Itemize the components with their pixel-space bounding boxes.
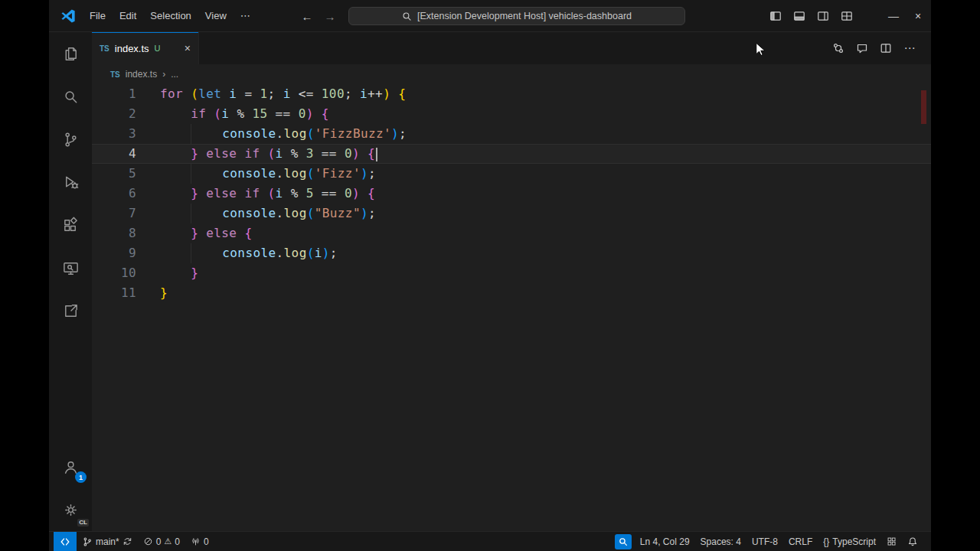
back-icon[interactable]: ← — [298, 7, 316, 25]
code-line[interactable]: 7 console.log("Buzz"); — [92, 204, 931, 223]
run-debug-icon[interactable] — [49, 161, 92, 204]
line-number: 11 — [92, 283, 136, 303]
radio-tower-icon — [191, 536, 201, 546]
menu-edit[interactable]: Edit — [113, 10, 143, 21]
menu-overflow-icon[interactable]: ⋯ — [234, 10, 257, 21]
code-text[interactable]: console.log('FizzBuzz'); — [136, 124, 407, 144]
code-line[interactable]: 4 } else if (i % 3 == 0) { — [92, 144, 931, 164]
vscode-logo-icon — [60, 8, 77, 24]
minimize-window-icon[interactable]: — — [884, 7, 903, 25]
menu-file[interactable]: File — [83, 10, 113, 21]
line-number: 6 — [92, 184, 136, 204]
magnifier-icon — [618, 536, 629, 547]
code-text[interactable]: } — [136, 283, 168, 303]
code-text[interactable]: console.log('Fizz'); — [136, 164, 376, 184]
problems-status[interactable]: 0 ⚠ 0 — [138, 532, 185, 551]
code-text[interactable]: } else if (i % 3 == 0) { — [136, 144, 377, 164]
ports-status[interactable]: 0 — [185, 532, 214, 551]
manage-gear-icon[interactable]: CL — [49, 488, 92, 531]
accounts-icon[interactable]: 1 — [49, 445, 92, 488]
line-number: 4 — [92, 144, 136, 164]
split-editor-icon[interactable] — [877, 39, 895, 57]
error-icon — [143, 536, 153, 546]
code-lines[interactable]: 1for (let i = 1; i <= 100; i++) {2 if (i… — [92, 84, 931, 531]
tab-close-icon[interactable]: × — [185, 42, 191, 54]
activity-bar-spacer — [49, 332, 92, 445]
code-text[interactable]: } — [136, 263, 198, 283]
code-line[interactable]: 6 } else if (i % 5 == 0) { — [92, 184, 931, 204]
extensions-icon[interactable] — [49, 204, 92, 246]
tab-bar: TS index.ts U × — [92, 32, 931, 64]
indentation-status[interactable]: Spaces: 4 — [695, 532, 746, 551]
live-preview-icon[interactable] — [49, 246, 92, 289]
breadcrumb-file-icon: TS — [110, 70, 120, 79]
code-line[interactable]: 5 console.log('Fizz'); — [92, 164, 931, 184]
tab-git-decoration: U — [155, 44, 161, 53]
eol-status[interactable]: CRLF — [783, 532, 818, 551]
encoding-status[interactable]: UTF-8 — [746, 532, 783, 551]
tab-index-ts[interactable]: TS index.ts U × — [92, 32, 199, 64]
toggle-secondary-sidebar-icon[interactable] — [814, 7, 832, 25]
search-activity-icon[interactable] — [49, 75, 92, 118]
activity-bar: 1 CL — [49, 32, 92, 531]
code-line[interactable]: 3 console.log('FizzBuzz'); — [92, 124, 931, 144]
vscode-window: File Edit Selection View ⋯ ← → [Extensio… — [49, 0, 931, 551]
toggle-primary-sidebar-icon[interactable] — [766, 7, 785, 25]
braces-icon: {} — [823, 536, 829, 547]
status-bar-right: Ln 4, Col 29 Spaces: 4 UTF-8 CRLF {} Typ… — [615, 532, 931, 551]
close-window-icon[interactable]: × — [909, 7, 927, 25]
text-cursor — [376, 148, 377, 161]
language-mode-status[interactable]: {} TypeScript — [818, 532, 881, 551]
line-number: 5 — [92, 164, 136, 184]
code-text[interactable]: } else if (i % 5 == 0) { — [136, 184, 375, 204]
menu-view[interactable]: View — [198, 10, 234, 21]
editor-group: TS index.ts U × — [92, 32, 931, 531]
overview-ruler-marker — [921, 90, 926, 124]
tab-title: index.ts — [115, 43, 149, 54]
code-line[interactable]: 2 if (i % 15 == 0) { — [92, 104, 931, 124]
code-line[interactable]: 9 console.log(i); — [92, 243, 931, 263]
code-text[interactable]: for (let i = 1; i <= 100; i++) { — [136, 84, 406, 104]
branch-status[interactable]: main* — [77, 532, 138, 551]
accounts-badge: 1 — [75, 471, 87, 483]
sync-icon — [122, 536, 132, 546]
extension-status-icon[interactable] — [881, 532, 902, 551]
code-text[interactable]: console.log("Buzz"); — [136, 204, 376, 223]
menu-bar: File Edit Selection View ⋯ — [83, 0, 257, 31]
code-line[interactable]: 11} — [92, 283, 931, 303]
toggle-panel-icon[interactable] — [790, 7, 808, 25]
breadcrumb-separator-icon: › — [162, 69, 165, 80]
chat-icon[interactable] — [853, 39, 871, 57]
menu-selection[interactable]: Selection — [143, 10, 198, 21]
status-bar: main* 0 ⚠ 0 0 Ln 4, Col 29 Spaces — [49, 531, 931, 551]
code-line[interactable]: 1for (let i = 1; i <= 100; i++) { — [92, 84, 931, 104]
forward-icon[interactable]: → — [321, 7, 339, 25]
explorer-icon[interactable] — [49, 32, 92, 75]
customize-layout-icon[interactable] — [838, 7, 856, 25]
open-changes-icon[interactable] — [829, 39, 848, 57]
feedback-icon[interactable] — [49, 289, 92, 332]
warning-icon: ⚠ — [164, 537, 172, 546]
code-text[interactable]: } else { — [136, 223, 252, 243]
line-number: 9 — [92, 243, 136, 263]
command-center[interactable]: [Extension Development Host] vehicles-da… — [348, 7, 685, 25]
typescript-file-icon: TS — [100, 44, 109, 53]
mouse-cursor — [754, 42, 768, 60]
code-line[interactable]: 10 } — [92, 263, 931, 283]
code-text[interactable]: console.log(i); — [136, 243, 338, 263]
title-bar: File Edit Selection View ⋯ ← → [Extensio… — [49, 0, 931, 32]
line-number: 3 — [92, 124, 136, 144]
breadcrumb-file[interactable]: index.ts — [126, 69, 157, 80]
breadcrumb[interactable]: TS index.ts › ... — [92, 64, 931, 84]
source-control-icon[interactable] — [49, 118, 92, 161]
line-number: 2 — [92, 104, 136, 124]
notifications-bell-icon[interactable] — [902, 532, 923, 551]
code-line[interactable]: 8 } else { — [92, 223, 931, 243]
zoom-status[interactable] — [615, 534, 632, 549]
breadcrumb-symbol[interactable]: ... — [171, 69, 178, 80]
code-text[interactable]: if (i % 15 == 0) { — [136, 104, 329, 124]
remote-indicator[interactable] — [54, 532, 77, 551]
search-icon — [402, 11, 412, 21]
cursor-position-status[interactable]: Ln 4, Col 29 — [635, 532, 695, 551]
more-actions-icon[interactable]: ⋯ — [900, 39, 919, 57]
